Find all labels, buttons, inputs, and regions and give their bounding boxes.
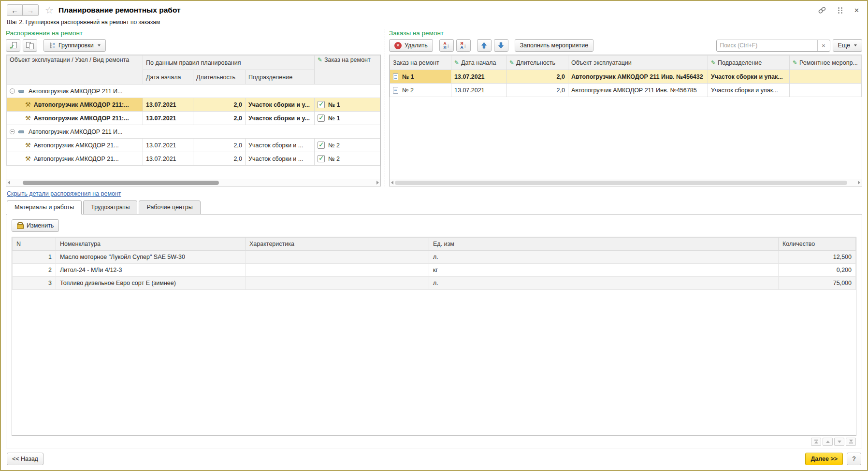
delete-label: Удалить [405,42,428,49]
directive-name: Автопогрузчик АМКОДОР 21... [34,156,119,162]
favorite-star-icon[interactable] [45,5,54,15]
select-all-button[interactable] [6,39,20,52]
order-object: Автопогрузчик АМКОДОР 211 Инв. №456785 [568,84,708,97]
materials-grid: N Номенклатура Характеристика Ед. изм Ко… [12,237,856,436]
material-quantity: 75,000 [779,277,856,290]
scroll-right-icon[interactable] [858,181,860,185]
directive-duration: 2,0 [193,152,246,166]
order-checkbox[interactable] [318,101,325,108]
fill-event-button[interactable]: Заполнить мероприятие [515,39,593,52]
move-down-button[interactable] [494,39,508,52]
groupings-button[interactable]: Группировки [43,39,106,52]
material-row[interactable]: 2 Литол-24 - МЛи 4/12-3 кг 0,200 [13,264,856,277]
back-step-button[interactable]: << Назад [7,453,43,465]
materials-toolbar: Изменить [12,219,856,232]
next-step-button[interactable]: Далее >> [805,453,843,465]
col-header-order[interactable]: Заказ на ремонт [390,56,451,70]
materials-tab-panel: Изменить N Номенклатура Характеристика Е… [6,214,862,448]
material-characteristic [246,277,429,290]
blue-arrow-down-icon [498,42,504,49]
repair-directives-panel: Распоряжения на ремонт Группировки [6,29,381,186]
next-row-button[interactable] [834,438,844,446]
tab-work-centers[interactable]: Рабочие центры [139,200,200,214]
material-row[interactable]: 3 Топливо дизельное Евро сорт Е (зимнее)… [13,277,856,290]
col-header-object[interactable]: Объект эксплуатации / Узел / Вид ремонта [7,56,143,85]
delete-button[interactable]: Удалить [389,39,433,52]
pencil-icon [509,60,514,66]
material-unit: л. [429,277,779,290]
order-checkbox[interactable] [318,114,325,122]
col-header-department[interactable]: Подразделение [708,56,790,70]
scroll-left-icon[interactable] [391,181,393,185]
col-header-quantity[interactable]: Количество [779,238,856,251]
titlebar-actions [818,6,861,14]
order-number: № 2 [402,87,414,94]
sort-descending-button[interactable] [456,39,471,52]
order-number: № 1 [328,101,340,108]
material-characteristic [246,264,429,277]
last-row-button[interactable] [846,438,856,446]
more-button[interactable]: Еще [833,39,862,52]
order-row[interactable]: № 2 13.07.2021 2,0 Автопогрузчик АМКОДОР… [390,84,862,97]
hide-details-link[interactable]: Скрыть детали распоряжения на ремонт [7,190,121,197]
history-nav [7,4,39,16]
directive-row[interactable]: Автопогрузчик АМКОДОР 21... 13.07.2021 2… [7,152,380,166]
col-header-event[interactable]: Ремонтное меропр... [790,56,862,70]
get-link-icon[interactable] [818,6,826,14]
move-up-button[interactable] [477,39,492,52]
previous-row-button[interactable] [823,438,833,446]
collapse-icon[interactable] [10,88,15,94]
close-icon[interactable] [854,7,859,14]
first-row-button[interactable] [811,438,821,446]
pencil-icon [318,57,322,63]
tab-labor[interactable]: Трудозатраты [83,200,137,214]
collapse-icon[interactable] [10,129,15,134]
help-button[interactable]: ? [847,453,861,465]
col-header-planning-group: По данным правил планирования [143,56,315,70]
repair-wrenches-icon [25,156,31,162]
scroll-thumb[interactable] [395,181,847,185]
col-header-order[interactable]: Заказ на ремонт [315,56,380,85]
unselect-all-icon [26,42,34,49]
forward-button[interactable] [23,4,39,16]
order-checkbox[interactable] [318,155,325,162]
col-header-n[interactable]: N [13,238,56,251]
orders-hscrollbar[interactable] [390,179,862,186]
delete-icon [394,42,402,49]
directives-hscrollbar[interactable] [6,179,380,186]
directive-row[interactable]: Автопогрузчик АМКОДОР 211:... 13.07.2021… [7,98,380,112]
col-header-start-date[interactable]: Дата начала [143,70,193,85]
col-header-characteristic[interactable]: Характеристика [246,238,429,251]
col-header-object[interactable]: Объект эксплуатации [568,56,708,70]
order-row[interactable]: № 1 13.07.2021 2,0 Автопогрузчик АМКОДОР… [390,70,862,84]
directive-row[interactable]: Автопогрузчик АМКОДОР 211:... 13.07.2021… [7,112,380,125]
search-clear-icon[interactable] [817,40,830,51]
tab-materials[interactable]: Материалы и работы [7,200,82,214]
directive-name: Автопогрузчик АМКОДОР 211:... [34,101,129,108]
scroll-thumb[interactable] [23,181,219,185]
back-button[interactable] [7,4,23,16]
col-header-duration[interactable]: Длительность [193,70,246,85]
document-icon [393,87,398,94]
search-input[interactable] [717,42,817,49]
repair-orders-panel: Заказы на ремонт Удалить Заполнить мероп… [385,29,862,186]
step-caption: Шаг 2. Группировка распоряжений на ремон… [1,17,867,29]
group-row[interactable]: Автопогрузчик АМКОДОР 211 И... [7,85,380,98]
unselect-all-button[interactable] [23,39,37,52]
col-header-department[interactable]: Подразделение [246,70,315,85]
more-commands-icon[interactable] [838,7,842,14]
search-box [716,40,830,52]
material-row[interactable]: 1 Масло моторное "Лукойл Супер" SAE 5W-3… [13,251,856,264]
col-header-nomenclature[interactable]: Номенклатура [56,238,246,251]
col-header-duration[interactable]: Длительность [506,56,568,70]
scroll-left-icon[interactable] [8,181,10,185]
scroll-right-icon[interactable] [376,181,379,185]
group-label: Автопогрузчик АМКОДОР 211 И... [29,128,122,135]
col-header-start-date[interactable]: Дата начала [451,56,506,70]
directive-row[interactable]: Автопогрузчик АМКОДОР 21... 13.07.2021 2… [7,139,380,152]
order-checkbox[interactable] [318,142,325,149]
edit-button[interactable]: Изменить [12,219,59,232]
group-row[interactable]: Автопогрузчик АМКОДОР 211 И... [7,125,380,139]
col-header-unit[interactable]: Ед. изм [429,238,779,251]
sort-ascending-button[interactable] [439,39,454,52]
